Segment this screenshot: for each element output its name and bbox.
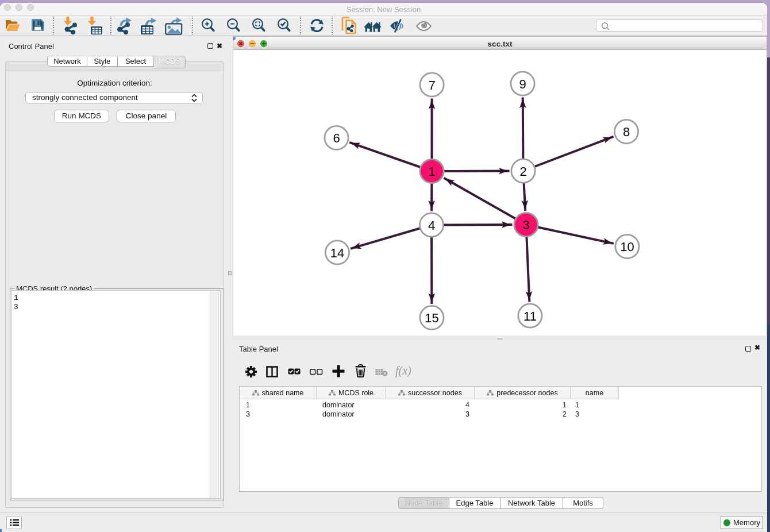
svg-text:1: 1 <box>428 164 435 179</box>
svg-text:8: 8 <box>623 125 630 139</box>
svg-text:9: 9 <box>519 77 526 91</box>
svg-text:11: 11 <box>523 309 537 323</box>
svg-text:7: 7 <box>428 78 435 92</box>
svg-text:4: 4 <box>428 218 435 233</box>
svg-text:3: 3 <box>522 218 529 232</box>
svg-text:6: 6 <box>333 131 340 145</box>
svg-text:2: 2 <box>519 164 526 179</box>
svg-text:10: 10 <box>620 240 634 254</box>
svg-text:15: 15 <box>425 311 438 325</box>
svg-text:14: 14 <box>330 246 344 260</box>
